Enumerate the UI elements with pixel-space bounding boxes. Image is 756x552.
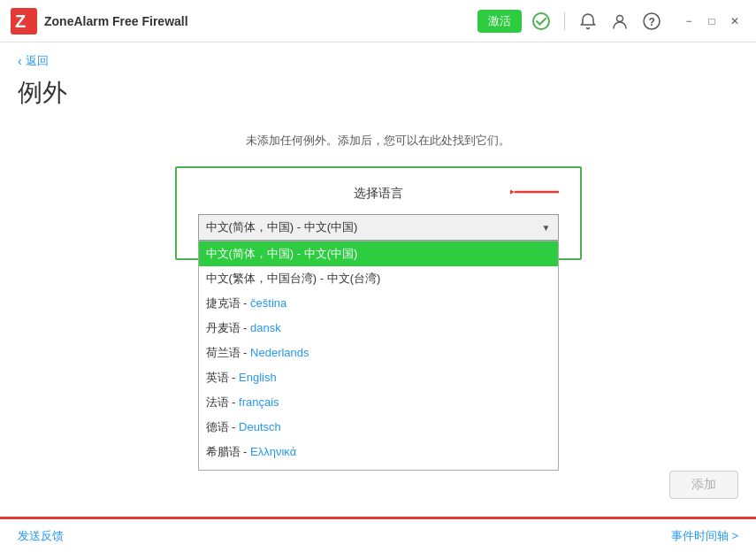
maximize-button[interactable]: □ [701,11,722,32]
dropdown-item[interactable]: 捷克语 - čeština [199,291,558,316]
app-title: ZoneAlarm Free Firewall [44,14,188,28]
footer: 发送反馈 事件时间轴 > [0,517,756,552]
window-controls: − □ ✕ [678,11,745,32]
close-button[interactable]: ✕ [724,11,745,32]
dropdown-item[interactable]: 丹麦语 - dansk [199,316,558,341]
dropdown-item[interactable]: 希腊语 - Ελληνικά [199,440,558,464]
add-button-row: 添加 [669,471,738,499]
svg-point-3 [617,15,623,21]
back-button[interactable]: ‹ 返回 [0,42,756,69]
check-icon[interactable] [529,9,554,34]
page-title: 例外 [0,69,756,124]
dialog-arrow-annotation [510,183,563,204]
help-icon[interactable]: ? [639,9,664,34]
feedback-link[interactable]: 发送反馈 [18,528,64,544]
language-dialog: 选择语言 中文(简体，中国) - 中文(中国) [175,166,582,260]
app-logo: Z ZoneAlarm Free Firewall [11,8,477,34]
minimize-button[interactable]: − [678,11,699,32]
dropdown-item[interactable]: 希伯来语 - עברית [199,464,558,471]
main-content: ‹ 返回 例外 未添加任何例外。添加后，您可以在此处找到它们。 选择语言 [0,42,756,552]
svg-text:?: ? [649,15,655,27]
bell-icon[interactable] [576,9,600,34]
empty-message: 未添加任何例外。添加后，您可以在此处找到它们。 [0,124,756,166]
selected-text: 中文(简体，中国) - 中文(中国) [206,219,358,235]
divider [564,12,565,30]
back-arrow-icon: ‹ [18,54,22,68]
svg-point-2 [533,13,549,29]
dropdown-item[interactable]: 荷兰语 - Nederlands [199,341,558,365]
dropdown-list[interactable]: 中文(简体，中国) - 中文(中国)中文(繁体，中国台湾) - 中文(台湾)捷克… [198,241,559,471]
titlebar: Z ZoneAlarm Free Firewall 激活 [0,0,756,42]
svg-text:Z: Z [15,12,26,31]
dropdown-item[interactable]: 中文(简体，中国) - 中文(中国) [199,242,558,266]
dropdown-item[interactable]: 德语 - Deutsch [199,415,558,440]
dropdown-selected-value[interactable]: 中文(简体，中国) - 中文(中国) ▼ [198,214,559,241]
back-label: 返回 [26,53,49,69]
dropdown-item[interactable]: 中文(繁体，中国台湾) - 中文(台湾) [199,266,558,291]
dialog-label: 选择语言 [354,186,403,202]
dropdown-arrow-icon: ▼ [542,223,551,233]
activate-button[interactable]: 激活 [477,10,522,33]
dropdown-item[interactable]: 法语 - français [199,390,558,415]
add-button[interactable]: 添加 [669,471,738,499]
dialog-label-row: 选择语言 [198,186,559,202]
language-dropdown[interactable]: 中文(简体，中国) - 中文(中国) ▼ 中文(简体，中国) - 中文(中国)中… [198,214,559,241]
dropdown-item[interactable]: 英语 - English [199,365,558,390]
titlebar-actions: 激活 ? − [477,9,745,34]
app-logo-icon: Z [11,8,37,34]
user-icon[interactable] [607,9,632,34]
timeline-link[interactable]: 事件时间轴 > [671,528,738,544]
